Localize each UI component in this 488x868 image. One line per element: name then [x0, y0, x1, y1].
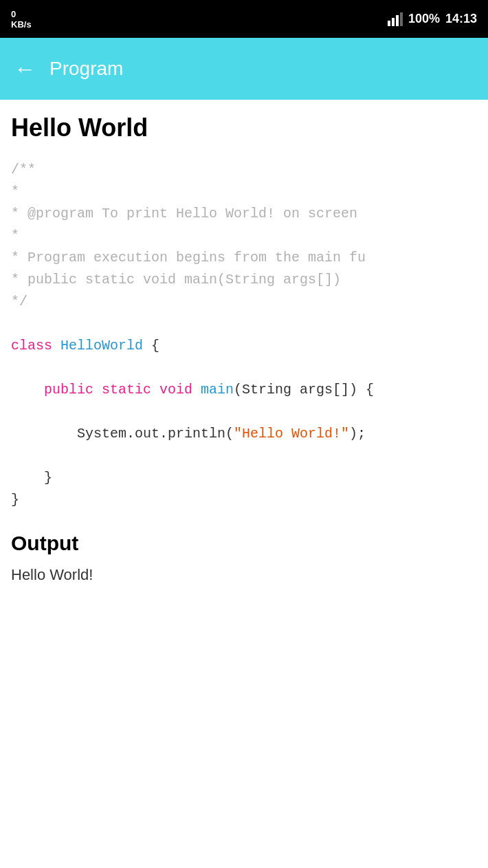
data-speed: 0 KB/s [11, 9, 32, 30]
code-line: /** [11, 159, 477, 181]
svg-rect-3 [400, 12, 403, 26]
code-line-class: class HelloWorld { [11, 335, 477, 357]
output-text: Hello World! [11, 566, 477, 584]
code-line: * public static void main(String args[]) [11, 269, 477, 291]
code-line: * [11, 225, 477, 247]
content-area: Hello World /** * * @program To print He… [0, 100, 488, 598]
app-bar-title: Program [49, 58, 123, 80]
code-line-method: public static void main(String args[]) { [11, 379, 477, 401]
output-section-title: Output [11, 532, 477, 555]
app-bar: ← Program [0, 38, 488, 100]
status-right: 100% 14:13 [388, 12, 477, 26]
code-line: * [11, 181, 477, 203]
code-line-close1: } [11, 467, 477, 489]
code-line: * Program execution begins from the main… [11, 247, 477, 269]
svg-rect-2 [396, 15, 399, 26]
code-line: * @program To print Hello World! on scre… [11, 203, 477, 225]
signal-icon [388, 12, 403, 26]
code-line-close2: } [11, 489, 477, 511]
battery-status: 100% [408, 12, 440, 26]
code-line: */ [11, 291, 477, 313]
back-button[interactable]: ← [14, 56, 36, 82]
time-display: 14:13 [445, 12, 477, 26]
code-line-println: System.out.println("Hello World!"); [11, 423, 477, 445]
page-title: Hello World [11, 113, 477, 142]
code-block: /** * * @program To print Hello World! o… [11, 159, 477, 511]
svg-rect-1 [392, 18, 395, 26]
svg-rect-0 [388, 21, 390, 26]
status-bar: 0 KB/s 100% 14:13 [0, 0, 488, 38]
